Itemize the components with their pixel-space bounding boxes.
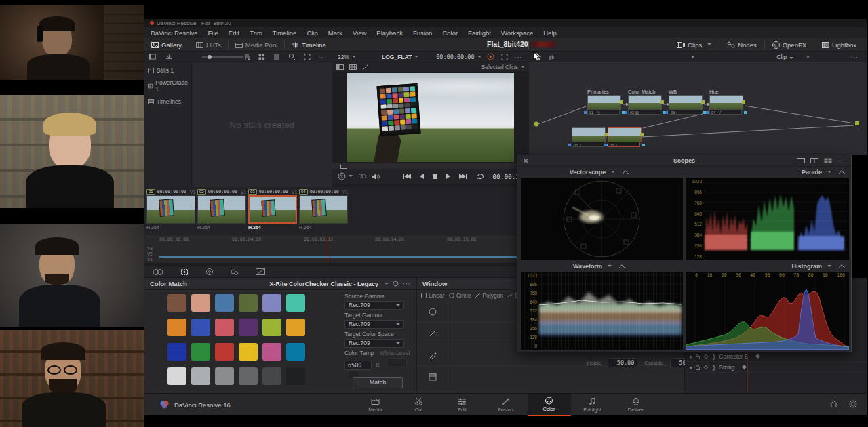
keyframe-row-corrector[interactable]: ● ❯ Corrector 6 xyxy=(685,351,867,362)
viewer-expand-icon[interactable] xyxy=(501,54,508,60)
curves-icon[interactable] xyxy=(256,268,265,275)
menu-color[interactable]: Color xyxy=(442,29,458,37)
viewer-options-icon[interactable]: ··· xyxy=(515,54,523,60)
scopes-options-icon[interactable]: ··· xyxy=(837,157,846,164)
bypass-grades-icon[interactable]: fx xyxy=(338,172,346,180)
node-graph[interactable]: Primaries 01 ▪ ◷ Color Match 02 ▥ WB 03 … xyxy=(529,62,867,155)
motion-effects-icon[interactable] xyxy=(230,268,239,276)
wipe-icon[interactable] xyxy=(362,64,370,70)
sort-icon[interactable] xyxy=(243,54,250,60)
scope-layout-single-icon[interactable] xyxy=(797,158,805,163)
page-media[interactable]: Media xyxy=(354,394,397,416)
menu-clip[interactable]: Clip xyxy=(307,29,317,37)
gallery-options-icon[interactable]: ··· xyxy=(319,54,327,60)
goto-end-button[interactable] xyxy=(459,174,467,179)
menu-trim[interactable]: Trim xyxy=(250,29,262,37)
source-gamma-select[interactable]: Rec.709 xyxy=(344,301,404,310)
goto-start-button[interactable] xyxy=(403,174,411,179)
menu-workspace[interactable]: Workspace xyxy=(501,29,533,37)
mini-timeline[interactable]: 00:00:00:00 00:00:04:18 00:00:09:12 00:0… xyxy=(144,235,529,267)
page-deliver[interactable]: Deliver xyxy=(614,394,658,416)
parade-select[interactable]: Parade xyxy=(802,169,822,176)
gallery-item-powergrade[interactable]: PowerGrade 1 xyxy=(144,77,191,96)
grid-view-icon[interactable] xyxy=(349,64,357,70)
project-manager-icon[interactable] xyxy=(829,400,838,408)
menu-edit[interactable]: Edit xyxy=(229,29,239,37)
gallery-panel-icon[interactable] xyxy=(149,54,156,60)
color-wheels-icon[interactable] xyxy=(153,268,163,276)
current-timeline-name[interactable]: Flat_8bit420 xyxy=(487,40,528,48)
split-view-icon[interactable] xyxy=(336,64,344,70)
reset-icon[interactable] xyxy=(392,280,399,287)
gallery-item-stills[interactable]: Stills 1 xyxy=(144,64,191,77)
color-match-options-icon[interactable]: ··· xyxy=(403,281,411,287)
vectorscope-settings-icon[interactable] xyxy=(622,169,629,175)
clip-04[interactable]: 0400:00:00:00V1 H.264 xyxy=(299,188,348,233)
color-match-palette-icon[interactable] xyxy=(180,268,189,276)
node-03-wb[interactable]: WB 03 ▪ xyxy=(669,95,703,115)
color-viewer-icon[interactable] xyxy=(487,53,494,60)
timeline-clip-bar[interactable] xyxy=(159,256,526,258)
nodes-toggle-button[interactable]: Nodes xyxy=(719,41,764,49)
openfx-toggle-button[interactable]: fx OpenFX xyxy=(765,41,814,49)
page-cut[interactable]: Cut xyxy=(397,394,441,416)
clip-03-selected[interactable]: 0300:00:00:00V1 H.264 xyxy=(248,188,297,233)
menu-davinci-resolve[interactable]: DaVinci Resolve xyxy=(151,29,198,37)
search-icon[interactable] xyxy=(288,53,296,60)
keyframe-add-icon[interactable] xyxy=(703,365,709,370)
menu-file[interactable]: File xyxy=(208,29,218,37)
gallery-item-timelines[interactable]: Timelines xyxy=(144,96,191,108)
scopes-titlebar[interactable]: ✕ Scopes ··· xyxy=(517,155,851,167)
waveform-settings-icon[interactable] xyxy=(618,264,626,269)
menu-fairlight[interactable]: Fairlight xyxy=(468,29,491,37)
tab-media-pool[interactable]: Media Pool xyxy=(229,38,285,52)
menu-playback[interactable]: Playback xyxy=(376,29,403,37)
lock-icon[interactable] xyxy=(695,354,701,359)
gallery-stills-area[interactable]: No stills created xyxy=(192,62,332,187)
target-gamma-select[interactable]: Rec.709 xyxy=(344,320,404,329)
grab-tool-icon[interactable] xyxy=(548,53,555,60)
page-fusion[interactable]: Fusion xyxy=(484,394,528,416)
play-button[interactable] xyxy=(446,174,450,179)
histogram-select[interactable]: Histogram xyxy=(791,263,822,270)
loop-button[interactable] xyxy=(476,173,485,180)
expand-icon[interactable] xyxy=(304,54,311,60)
grab-still-icon[interactable] xyxy=(165,54,173,60)
timeline-ruler[interactable]: 00:00:00:00 00:00:04:18 00:00:09:12 00:0… xyxy=(159,237,529,243)
tab-gallery[interactable]: Gallery xyxy=(144,38,189,52)
node-04-hue[interactable]: Hue 04 ▪ ╱ xyxy=(709,95,743,115)
inside-value-input[interactable]: 50.00 xyxy=(608,358,637,367)
lightbox-toggle-button[interactable]: Lightbox xyxy=(814,41,864,49)
white-level-input[interactable] xyxy=(387,358,407,367)
page-color-active[interactable]: Color xyxy=(528,394,571,416)
histogram-settings-icon[interactable] xyxy=(838,264,846,269)
viewer-lut-select[interactable]: LOG_FLAT xyxy=(382,54,412,60)
keyframe-marker[interactable] xyxy=(755,354,760,359)
scope-layout-dual-icon[interactable] xyxy=(810,158,818,163)
keyframe-row-sizing[interactable]: ● ❯ Sizing xyxy=(685,362,867,373)
scope-layout-quad-icon[interactable] xyxy=(824,158,832,163)
tab-luts[interactable]: LUTs xyxy=(189,38,228,52)
step-back-button[interactable] xyxy=(420,174,424,179)
unmix-icon[interactable] xyxy=(358,173,366,180)
menu-mark[interactable]: Mark xyxy=(328,29,342,37)
node-06-selected[interactable]: 06 ◔ xyxy=(608,127,642,148)
thumbnail-view-icon[interactable] xyxy=(258,54,265,60)
rgb-mixer-icon[interactable] xyxy=(205,268,214,276)
pointer-tool-icon[interactable] xyxy=(536,53,542,60)
lock-icon[interactable] xyxy=(695,365,701,370)
color-temp-input[interactable]: 6500 xyxy=(344,361,372,370)
circle-shape-button[interactable]: Circle xyxy=(449,292,471,299)
clip-01[interactable]: 0100:00:00:00V1 H.264 xyxy=(146,188,195,233)
selected-clips-dropdown[interactable]: Selected Clips xyxy=(481,64,525,70)
project-settings-gear-icon[interactable] xyxy=(849,400,857,408)
viewer-timecode[interactable]: 00:00:00:00 xyxy=(436,54,474,60)
timeline-playhead[interactable] xyxy=(328,235,328,267)
waveform-select[interactable]: Waveform xyxy=(573,263,602,270)
menu-fusion[interactable]: Fusion xyxy=(413,29,433,37)
linear-shape-button[interactable]: Linear xyxy=(421,292,445,299)
viewer-image[interactable] xyxy=(347,73,514,162)
stop-button[interactable] xyxy=(433,174,437,179)
clip-02[interactable]: 0200:00:00:00V1 H.264 xyxy=(197,188,246,233)
gallery-zoom-slider[interactable] xyxy=(202,56,243,58)
